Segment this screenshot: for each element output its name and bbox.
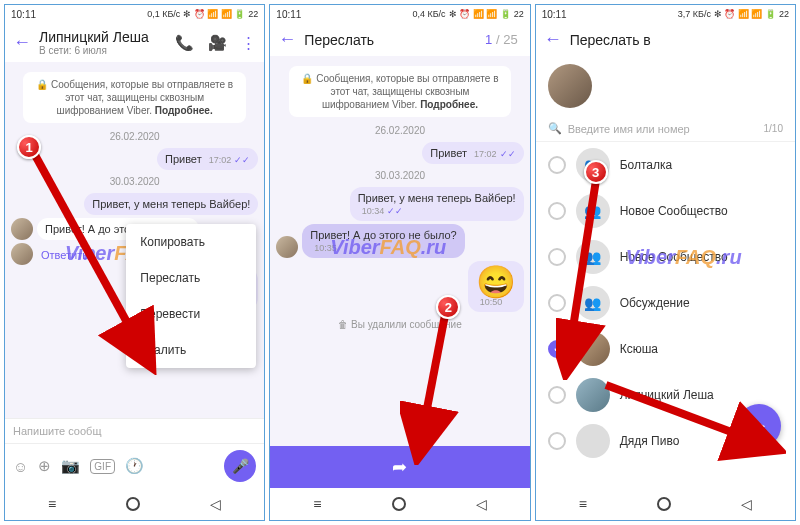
selection-counter: 1 / 25 xyxy=(485,32,518,47)
header-title: Переслать в xyxy=(570,32,787,48)
search-row[interactable]: 🔍 Введите имя или номер 1/10 xyxy=(536,116,795,142)
avatar-icon xyxy=(576,332,610,366)
nav-back-icon[interactable]: ◁ xyxy=(741,496,752,512)
menu-copy[interactable]: Копировать xyxy=(126,224,256,260)
back-icon[interactable]: ← xyxy=(278,29,296,50)
call-icon[interactable]: 📞 xyxy=(175,34,194,52)
step-badge-1: 1 xyxy=(17,135,41,159)
avatar-icon xyxy=(11,243,33,265)
camera-icon[interactable]: 📷 xyxy=(61,457,80,475)
message-input[interactable]: Напишите сообщ xyxy=(13,425,256,437)
nav-back-icon[interactable]: ◁ xyxy=(476,496,487,512)
search-icon: 🔍 xyxy=(548,122,562,135)
encryption-banner: 🔒 Сообщения, которые вы отправляете в эт… xyxy=(23,72,246,123)
mic-button[interactable]: 🎤 xyxy=(224,450,256,482)
more-icon[interactable]: ⋮ xyxy=(241,34,256,52)
gif-icon[interactable]: GIF xyxy=(90,459,115,474)
message-out[interactable]: Привет, у меня теперь Вайбер!10:34 ✓✓ xyxy=(276,187,523,221)
menu-delete[interactable]: Удалить xyxy=(126,332,256,368)
avatar-icon xyxy=(11,218,33,240)
header-title: Переслать xyxy=(304,32,477,48)
group-icon: 👥 xyxy=(576,240,610,274)
step-badge-3: 3 xyxy=(584,160,608,184)
avatar-icon xyxy=(576,378,610,412)
group-icon: 👥 xyxy=(576,286,610,320)
send-button[interactable]: ➤ xyxy=(737,404,781,448)
contact-row[interactable]: 👥 Болталка xyxy=(536,142,795,188)
nav-back-icon[interactable]: ◁ xyxy=(210,496,221,512)
nav-home-icon[interactable] xyxy=(126,497,140,511)
message-out[interactable]: Привет 17:02 ✓✓ xyxy=(276,142,523,164)
menu-forward[interactable]: Переслать xyxy=(126,260,256,296)
android-nav: ≡ ◁ xyxy=(536,488,795,520)
android-nav: ≡ ◁ xyxy=(270,488,529,520)
avatar-icon xyxy=(276,236,298,258)
contact-row[interactable]: 👥 Новое Сообщество xyxy=(536,188,795,234)
plus-icon[interactable]: ⊕ xyxy=(38,457,51,475)
nav-menu-icon[interactable]: ≡ xyxy=(313,496,321,512)
status-bar: 10:11 0,1 КБ/с ✻ ⏰ 📶 📶 🔋 22 xyxy=(5,5,264,23)
message-in-selected[interactable]: Привет! А до этого не было?10:35 xyxy=(276,224,523,258)
panel-chat: 10:11 0,1 КБ/с ✻ ⏰ 📶 📶 🔋 22 ← Липницкий … xyxy=(4,4,265,521)
back-icon[interactable]: ← xyxy=(13,32,31,53)
clock-icon[interactable]: 🕐 xyxy=(125,457,144,475)
nav-home-icon[interactable] xyxy=(657,497,671,511)
deleted-notice: 🗑 Вы удалили сообщение xyxy=(276,315,523,334)
status-time: 10:11 xyxy=(11,9,36,20)
nav-home-icon[interactable] xyxy=(392,497,406,511)
menu-translate[interactable]: Перевести xyxy=(126,296,256,332)
radio-checked-icon xyxy=(548,340,566,358)
forward-header: ← Переслать 1 / 25 xyxy=(270,23,529,56)
video-icon[interactable]: 🎥 xyxy=(208,34,227,52)
emoji-message[interactable]: 😄10:50 xyxy=(276,261,523,312)
selected-avatar xyxy=(548,64,592,108)
date-separator: 26.02.2020 xyxy=(11,131,258,142)
panel-forward-select: 10:11 0,4 КБ/с ✻ ⏰ 📶 📶 🔋 22 ← Переслать … xyxy=(269,4,530,521)
context-menu: Копировать Переслать Перевести Удалить xyxy=(126,224,256,368)
message-out[interactable]: Привет, у меня теперь Вайбер! xyxy=(11,193,258,215)
status-bar: 10:11 3,7 КБ/с ✻ ⏰ 📶 📶 🔋 22 xyxy=(536,5,795,23)
search-input[interactable]: Введите имя или номер xyxy=(568,123,764,135)
back-icon[interactable]: ← xyxy=(544,29,562,50)
group-icon: 👥 xyxy=(576,194,610,228)
contact-row[interactable]: 👥 Обсуждение xyxy=(536,280,795,326)
contact-row[interactable]: 👥 Новое Сообщество xyxy=(536,234,795,280)
nav-menu-icon[interactable]: ≡ xyxy=(48,496,56,512)
chat-title: Липницкий Леша xyxy=(39,29,167,45)
date-separator: 30.03.2020 xyxy=(11,176,258,187)
forward-to-header: ← Переслать в xyxy=(536,23,795,56)
sticker-icon[interactable]: ☺ xyxy=(13,458,28,475)
chat-subtitle: В сети: 6 июля xyxy=(39,45,167,56)
selection-count: 1/10 xyxy=(764,123,783,134)
input-bar: Напишите сообщ xyxy=(5,418,264,443)
panel-forward-to: 10:11 3,7 КБ/с ✻ ⏰ 📶 📶 🔋 22 ← Переслать … xyxy=(535,4,796,521)
avatar-icon xyxy=(576,424,610,458)
nav-menu-icon[interactable]: ≡ xyxy=(579,496,587,512)
forward-action-button[interactable]: ➦ xyxy=(270,446,529,488)
contact-row-selected[interactable]: Ксюша xyxy=(536,326,795,372)
android-nav: ≡ ◁ xyxy=(5,488,264,520)
status-bar: 10:11 0,4 КБ/с ✻ ⏰ 📶 📶 🔋 22 xyxy=(270,5,529,23)
chat-header: ← Липницкий Леша В сети: 6 июля 📞 🎥 ⋮ xyxy=(5,23,264,62)
message-out[interactable]: Привет 17:02 ✓✓ xyxy=(11,148,258,170)
encryption-banner: 🔒 Сообщения, которые вы отправляете в эт… xyxy=(289,66,512,117)
